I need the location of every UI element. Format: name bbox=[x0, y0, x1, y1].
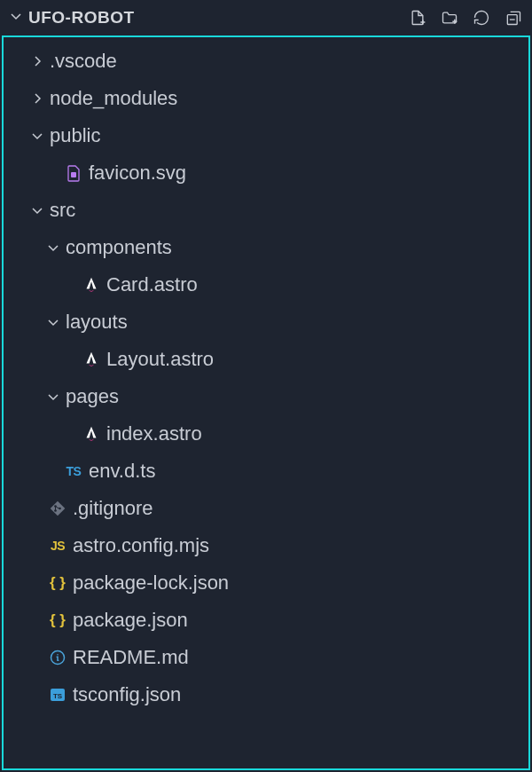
file-tree: .vscodenode_modulespublicfavicon.svgsrcc… bbox=[2, 35, 530, 770]
astro-icon bbox=[80, 350, 103, 369]
tree-item-label: layouts bbox=[66, 311, 128, 334]
astro-icon bbox=[80, 275, 103, 295]
chevron-down-icon bbox=[28, 203, 46, 217]
folder-item[interactable]: node_modules bbox=[4, 80, 528, 117]
chevron-down-icon bbox=[28, 129, 46, 143]
tree-item-label: env.d.ts bbox=[89, 460, 155, 483]
file-item[interactable]: Layout.astro bbox=[4, 341, 528, 378]
folder-item[interactable]: src bbox=[4, 192, 528, 229]
file-item[interactable]: .gitignore bbox=[4, 490, 528, 527]
chevron-down-icon bbox=[44, 315, 62, 329]
svg-text:TS: TS bbox=[53, 692, 63, 700]
tree-item-label: components bbox=[66, 236, 172, 259]
refresh-icon[interactable] bbox=[472, 8, 491, 28]
tsconfig-icon: TS bbox=[46, 686, 69, 704]
file-item[interactable]: TStsconfig.json bbox=[4, 676, 528, 713]
tree-item-label: Layout.astro bbox=[106, 348, 214, 371]
tree-item-label: src bbox=[50, 199, 75, 222]
tree-item-label: public bbox=[50, 124, 100, 147]
chevron-right-icon bbox=[28, 91, 46, 106]
chevron-down-icon bbox=[9, 9, 23, 27]
ts-icon: TS bbox=[62, 464, 85, 478]
folder-item[interactable]: .vscode bbox=[4, 43, 528, 80]
tree-item-label: pages bbox=[66, 385, 119, 408]
header-actions bbox=[408, 8, 523, 28]
file-item[interactable]: favicon.svg bbox=[4, 154, 528, 192]
svg-icon bbox=[62, 164, 85, 182]
tree-item-label: .gitignore bbox=[73, 497, 153, 520]
file-item[interactable]: { }package-lock.json bbox=[4, 564, 528, 602]
chevron-right-icon bbox=[28, 54, 46, 68]
info-icon bbox=[46, 649, 69, 666]
chevron-down-icon bbox=[44, 240, 62, 255]
file-item[interactable]: TSenv.d.ts bbox=[4, 453, 528, 490]
new-folder-icon[interactable] bbox=[440, 8, 459, 28]
header-left[interactable]: UFO-ROBOT bbox=[9, 8, 135, 28]
tree-item-label: index.astro bbox=[106, 422, 202, 445]
tree-item-label: package-lock.json bbox=[73, 571, 229, 595]
tree-item-label: tsconfig.json bbox=[73, 683, 181, 706]
folder-item[interactable]: layouts bbox=[4, 303, 528, 341]
new-file-icon[interactable] bbox=[408, 8, 427, 28]
astro-icon bbox=[80, 424, 103, 444]
file-item[interactable]: index.astro bbox=[4, 415, 528, 453]
svg-rect-1 bbox=[71, 172, 76, 177]
file-item[interactable]: { }package.json bbox=[4, 602, 528, 639]
file-item[interactable]: README.md bbox=[4, 639, 528, 676]
folder-item[interactable]: components bbox=[4, 229, 528, 266]
tree-item-label: README.md bbox=[73, 646, 189, 669]
json-icon: { } bbox=[46, 574, 69, 592]
folder-item[interactable]: public bbox=[4, 117, 528, 154]
json-icon: { } bbox=[46, 611, 69, 629]
tree-item-label: Card.astro bbox=[106, 273, 198, 296]
js-icon: JS bbox=[46, 539, 69, 553]
folder-item[interactable]: pages bbox=[4, 378, 528, 415]
tree-item-label: favicon.svg bbox=[89, 161, 186, 185]
chevron-down-icon bbox=[44, 390, 62, 404]
git-icon bbox=[46, 500, 69, 517]
collapse-all-icon[interactable] bbox=[504, 8, 523, 28]
file-item[interactable]: JSastro.config.mjs bbox=[4, 527, 528, 564]
project-title: UFO-ROBOT bbox=[28, 8, 135, 28]
tree-item-label: package.json bbox=[73, 609, 188, 632]
tree-item-label: node_modules bbox=[50, 87, 177, 110]
file-item[interactable]: Card.astro bbox=[4, 266, 528, 303]
tree-item-label: .vscode bbox=[50, 50, 117, 73]
explorer-header: UFO-ROBOT bbox=[0, 0, 532, 35]
tree-item-label: astro.config.mjs bbox=[73, 534, 209, 557]
